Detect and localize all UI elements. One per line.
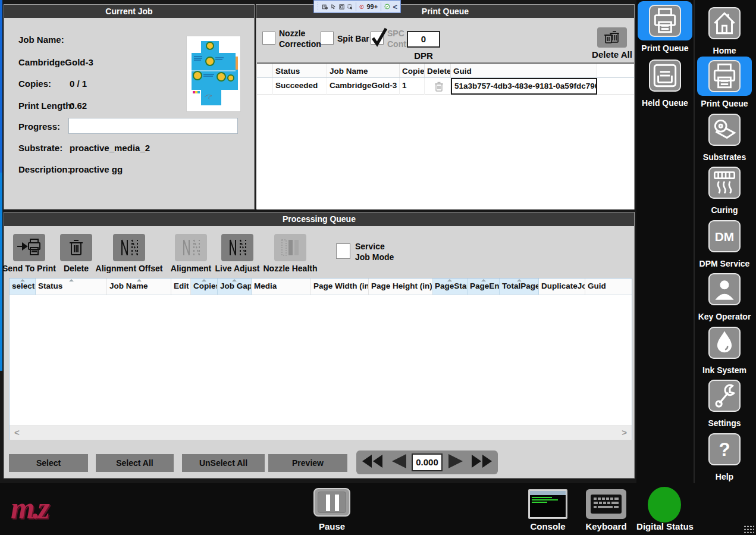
pause-button[interactable] xyxy=(313,488,350,517)
service-job-mode-label-2: Job Mode xyxy=(355,252,394,262)
step-back-button[interactable] xyxy=(387,453,411,471)
alignment-label: Alignment xyxy=(164,264,218,273)
nozzle-correction-label-1: Nozzle xyxy=(279,29,305,38)
col-page-width[interactable]: Page Width (in) xyxy=(311,279,369,295)
print-queue-panel: Print Queue Nozzle Correction Spit Bar S… xyxy=(256,4,635,209)
col-guid[interactable]: Guid xyxy=(585,279,632,295)
pq-col-delete[interactable]: Delete xyxy=(425,64,451,77)
service-job-mode-checkbox[interactable] xyxy=(336,243,350,259)
sidebar-item-print-queue[interactable]: Print Queue xyxy=(696,57,753,108)
delete-button[interactable] xyxy=(60,234,92,261)
col-page-height[interactable]: Page Height (in) xyxy=(369,279,432,295)
sort-arrow-icon xyxy=(517,279,522,281)
copies-value: 0 / 1 xyxy=(70,79,87,89)
col-page-start[interactable]: PageStart xyxy=(432,279,468,295)
sidebar-item-settings[interactable]: Settings xyxy=(696,376,753,428)
collapse-chevron-icon[interactable]: < xyxy=(393,2,397,11)
sort-arrow-icon xyxy=(202,279,206,281)
brand-logo: m.z xyxy=(11,493,82,526)
col-copies[interactable]: Copies xyxy=(191,279,218,295)
scroll-right-arrow[interactable]: > xyxy=(622,427,627,437)
check-circle-icon[interactable] xyxy=(384,2,390,11)
alignment-icon xyxy=(179,237,203,258)
unselect-all-button[interactable]: UnSelect All xyxy=(182,454,265,472)
col-media[interactable]: Media xyxy=(252,279,311,295)
current-job-title: Current Job xyxy=(4,5,254,18)
sidebar-item-substrates[interactable]: Substrates xyxy=(696,110,753,162)
pq-row-guid[interactable]: 51a3b757-4db3-483e-9181-0a59fdc79638 xyxy=(451,78,597,95)
dpr-input[interactable]: 0 xyxy=(407,31,440,48)
print-queue-icon xyxy=(708,60,741,92)
key-operator-icon xyxy=(708,273,741,305)
sidebar-item-held-queue[interactable]: Held Queue xyxy=(636,56,694,108)
col-selected[interactable]: selected xyxy=(10,279,36,295)
pause-label: Pause xyxy=(302,521,362,531)
nozzle-correction-checkbox[interactable] xyxy=(262,32,275,45)
pq-row-delete[interactable] xyxy=(425,78,451,95)
col-page-end[interactable]: PageEnd xyxy=(468,279,500,295)
send-to-print-button[interactable] xyxy=(13,234,45,261)
select-button[interactable]: Select xyxy=(9,454,88,472)
pq-row-copies: 1 xyxy=(400,78,425,95)
resize-grip[interactable] xyxy=(744,525,754,534)
col-job-gap[interactable]: Job Gap xyxy=(218,279,252,295)
fast-forward-button[interactable] xyxy=(468,453,495,471)
console-button[interactable] xyxy=(528,489,567,519)
right-sidebar: Print Queue Held Queue Home xyxy=(636,0,756,535)
send-to-print-label: Send To Print xyxy=(0,264,62,273)
keyboard-button[interactable] xyxy=(586,489,626,519)
sidebar-item-dpm-service[interactable]: DM DPM Service xyxy=(696,217,753,268)
drag-handle-icon[interactable] xyxy=(317,2,319,11)
live-adjust-label: Live Adjust xyxy=(211,264,264,273)
substrate-value: proactive_media_2 xyxy=(70,143,150,153)
sidebar-item-ink-system[interactable]: Ink System xyxy=(696,323,753,375)
job-name-label: Job Name: xyxy=(18,35,64,45)
nozzle-health-button[interactable] xyxy=(274,234,306,261)
rewind-icon xyxy=(360,453,384,469)
sidebar-item-home[interactable]: Home xyxy=(696,4,753,55)
spit-bar-checkbox[interactable] xyxy=(321,32,334,45)
substrate-label: Substrate: xyxy=(18,143,62,153)
pointer-select-icon[interactable] xyxy=(331,2,336,11)
col-total-pages[interactable]: TotalPages xyxy=(500,279,539,295)
pq-col-status[interactable]: Status xyxy=(273,64,327,77)
preview-button[interactable]: Preview xyxy=(268,454,347,472)
substrates-icon xyxy=(708,114,741,146)
step-back-icon xyxy=(391,453,407,469)
scroll-left-arrow[interactable]: < xyxy=(14,427,20,437)
sidebar-item-key-operator[interactable]: Key Operator xyxy=(696,270,753,321)
step-forward-button[interactable] xyxy=(444,453,468,471)
position-value-input[interactable]: 0.000 xyxy=(412,453,443,471)
nozzle-health-icon xyxy=(278,237,302,258)
checkmark-icon xyxy=(369,25,390,48)
horizontal-scrollbar[interactable]: < > xyxy=(10,426,632,440)
sidebar-item-print-queue-inner[interactable]: Print Queue xyxy=(636,1,694,53)
sidebar-item-curing[interactable]: Curing xyxy=(696,163,753,215)
rewind-button[interactable] xyxy=(359,453,386,471)
pq-col-blank[interactable] xyxy=(257,64,273,77)
spc-control-checkbox[interactable] xyxy=(371,32,384,45)
col-status[interactable]: Status xyxy=(36,279,107,295)
carton-dieline-preview xyxy=(187,36,240,111)
ink-system-icon xyxy=(708,327,741,359)
pointer-region-icon[interactable] xyxy=(347,2,353,11)
capture-list-icon[interactable] xyxy=(322,2,328,11)
col-job-name[interactable]: Job Name xyxy=(107,279,171,295)
live-adjust-button[interactable] xyxy=(221,234,253,261)
digital-status-indicator[interactable] xyxy=(648,487,681,523)
select-all-button[interactable]: Select All xyxy=(96,454,174,472)
nozzle-correction-label-2: Correction xyxy=(279,39,321,49)
pq-col-jobname[interactable]: Job Name xyxy=(327,64,400,77)
print-queue-icon xyxy=(649,5,681,37)
alignment-offset-button[interactable] xyxy=(113,234,145,261)
sidebar-item-help[interactable]: ? Help xyxy=(696,430,753,481)
region-select-icon[interactable] xyxy=(339,2,344,11)
help-icon: ? xyxy=(708,433,741,465)
alignment-button[interactable] xyxy=(175,234,207,261)
col-duplicate-job[interactable]: DuplicateJob xyxy=(539,279,585,295)
pq-col-copies[interactable]: Copies xyxy=(400,64,425,77)
pq-col-guid[interactable]: Guid xyxy=(451,64,597,77)
col-edit[interactable]: Edit xyxy=(171,279,191,295)
delete-all-button[interactable] xyxy=(597,27,627,48)
print-queue-row[interactable]: Succeeded CambridgeGold-3 1 51a3b757-4db… xyxy=(257,78,634,95)
